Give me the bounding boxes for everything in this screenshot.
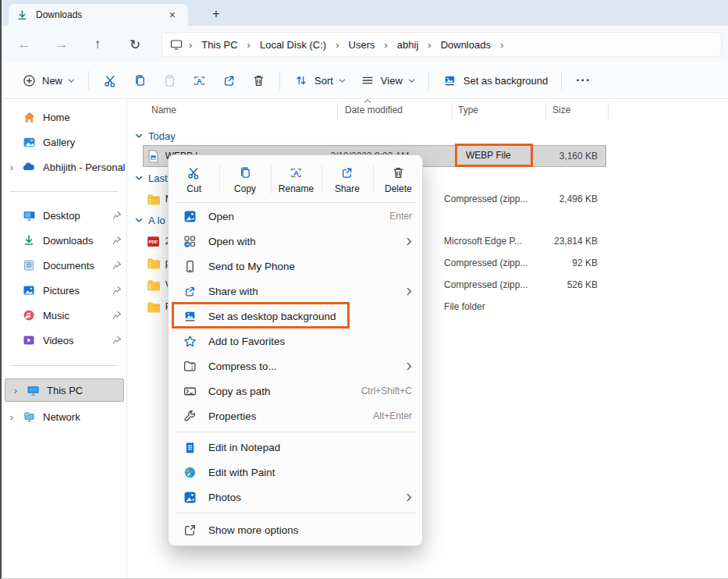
sidebar-item-home[interactable]: Home xyxy=(2,105,126,129)
expand-chevron-icon[interactable]: › xyxy=(2,411,22,423)
file-explorer-window: Downloads × + ← → ↑ ↻ › This PC › Local … xyxy=(0,0,728,579)
copy-icon xyxy=(132,73,147,88)
menu-item-properties[interactable]: Properties Alt+Enter xyxy=(172,403,420,428)
sidebar-item-pictures[interactable]: Pictures xyxy=(2,279,126,302)
address-bar[interactable]: › This PC › Local Disk (C:) › Users › ab… xyxy=(162,32,722,57)
breadcrumb-downloads[interactable]: Downloads xyxy=(435,37,497,53)
breadcrumb-users[interactable]: Users xyxy=(343,37,382,53)
quick-cut-button[interactable]: Cut xyxy=(169,158,219,201)
share-button[interactable] xyxy=(214,67,243,94)
group-header-last[interactable]: Last xyxy=(135,169,168,187)
column-divider[interactable] xyxy=(545,103,546,119)
menu-item-send-to-my-phone[interactable]: Send to My Phone xyxy=(172,254,420,279)
sort-ascending-icon xyxy=(364,98,371,104)
menu-item-edit-with-paint[interactable]: Edit with Paint xyxy=(172,460,420,485)
open-with-icon xyxy=(183,235,197,248)
sidebar-separator xyxy=(9,191,119,192)
menu-item-set-as-desktop-background[interactable]: Set as desktop background xyxy=(172,304,420,329)
sort-button[interactable]: Sort xyxy=(286,67,353,94)
home-icon xyxy=(22,110,36,124)
quick-copy-button[interactable]: Copy xyxy=(219,158,270,201)
column-type[interactable]: Type xyxy=(458,105,478,115)
breadcrumb-chevron-icon: › xyxy=(381,39,390,51)
quick-delete-button[interactable]: Delete xyxy=(373,158,424,201)
sidebar-item-this-pc[interactable]: › This PC xyxy=(5,378,124,402)
menu-item-add-to-favorites[interactable]: Add to Favorites xyxy=(172,329,420,353)
phone-icon xyxy=(183,260,197,273)
column-size[interactable]: Size xyxy=(552,105,570,115)
toolbar-separator xyxy=(561,71,562,90)
menu-item-copy-as-path[interactable]: Copy as path Ctrl+Shift+C xyxy=(172,378,420,403)
column-date-modified[interactable]: Date modified xyxy=(345,105,403,115)
sidebar-item-videos[interactable]: Videos xyxy=(2,329,126,352)
videos-icon xyxy=(22,333,36,347)
expand-chevron-icon[interactable]: › xyxy=(2,162,22,173)
quick-rename-button[interactable]: A Rename xyxy=(271,158,321,201)
column-name[interactable]: Name xyxy=(151,105,176,115)
toolbar-separator xyxy=(279,71,280,90)
menu-separator xyxy=(176,202,416,203)
network-icon xyxy=(22,410,36,424)
column-divider[interactable] xyxy=(337,103,338,119)
refresh-button[interactable]: ↻ xyxy=(123,33,147,56)
zip-folder-icon xyxy=(147,192,161,206)
menu-item-open[interactable]: Open Enter xyxy=(172,204,420,229)
share-icon xyxy=(221,73,236,88)
sidebar-item-documents[interactable]: Documents xyxy=(2,254,126,277)
downloads-icon xyxy=(16,9,28,21)
menu-item-compress-to[interactable]: Compress to... xyxy=(172,353,420,378)
rename-button[interactable]: A xyxy=(184,67,214,94)
menu-item-open-with[interactable]: Open with xyxy=(172,229,420,254)
paste-button[interactable] xyxy=(154,67,184,94)
column-divider[interactable] xyxy=(608,103,609,119)
breadcrumb-chevron-icon: › xyxy=(332,39,342,51)
zip-folder-icon xyxy=(147,278,161,292)
sidebar-music-label: Music xyxy=(43,310,108,321)
see-more-icon[interactable]: ··· xyxy=(568,73,598,87)
menu-item-share-with[interactable]: Share with xyxy=(172,279,420,304)
documents-icon xyxy=(22,258,36,272)
quick-share-button[interactable]: Share xyxy=(321,158,372,201)
view-button-label: View xyxy=(381,75,403,87)
file-size: 23,814 KB xyxy=(536,236,605,247)
view-button[interactable]: View xyxy=(353,67,422,94)
onedrive-cloud-icon xyxy=(22,160,36,174)
tab-downloads[interactable]: Downloads × xyxy=(9,4,188,26)
photos-icon xyxy=(183,210,197,223)
back-button[interactable]: ← xyxy=(12,33,36,56)
breadcrumb-local-disk[interactable]: Local Disk (C:) xyxy=(254,37,332,53)
submenu-chevron-icon xyxy=(407,287,412,296)
group-header-long-ago[interactable]: A lo xyxy=(135,211,165,229)
sidebar-item-downloads[interactable]: Downloads xyxy=(2,229,126,252)
up-button[interactable]: ↑ xyxy=(86,33,109,56)
column-divider[interactable] xyxy=(452,103,453,119)
set-as-background-button[interactable]: Set as background xyxy=(435,67,555,94)
tab-close-icon[interactable]: × xyxy=(165,9,180,21)
sidebar-item-onedrive[interactable]: › Abhijith - Personal xyxy=(2,155,126,179)
sidebar-item-gallery[interactable]: Gallery xyxy=(2,130,126,154)
breadcrumb-this-pc[interactable]: This PC xyxy=(195,37,243,53)
compress-zip-icon xyxy=(183,360,197,373)
cut-button[interactable] xyxy=(95,67,125,94)
group-header-today[interactable]: Today xyxy=(135,126,176,145)
breadcrumb-user[interactable]: abhij xyxy=(391,37,424,53)
sidebar-item-music[interactable]: Music xyxy=(2,304,126,327)
file-type: Compressed (zipp... xyxy=(444,258,536,268)
sidebar-item-network[interactable]: › Network xyxy=(2,405,126,428)
menu-separator xyxy=(176,513,416,513)
menu-item-show-more-options[interactable]: Show more options xyxy=(172,517,420,542)
new-tab-button[interactable]: + xyxy=(206,5,226,23)
delete-button[interactable] xyxy=(243,67,273,94)
view-icon xyxy=(360,73,375,88)
sidebar: Home Gallery › Abhijith - Personal Deskt… xyxy=(2,99,126,579)
copy-button[interactable] xyxy=(125,67,154,94)
cut-icon xyxy=(102,73,118,88)
new-button[interactable]: New xyxy=(14,67,82,94)
menu-item-edit-in-notepad[interactable]: Edit in Notepad xyxy=(172,435,420,460)
sidebar-documents-label: Documents xyxy=(43,260,108,272)
sidebar-item-desktop[interactable]: Desktop xyxy=(2,204,126,227)
expand-chevron-icon[interactable]: › xyxy=(5,385,26,396)
forward-button[interactable]: → xyxy=(50,33,73,56)
menu-item-photos[interactable]: Photos xyxy=(172,485,420,510)
trash-icon xyxy=(250,73,266,88)
